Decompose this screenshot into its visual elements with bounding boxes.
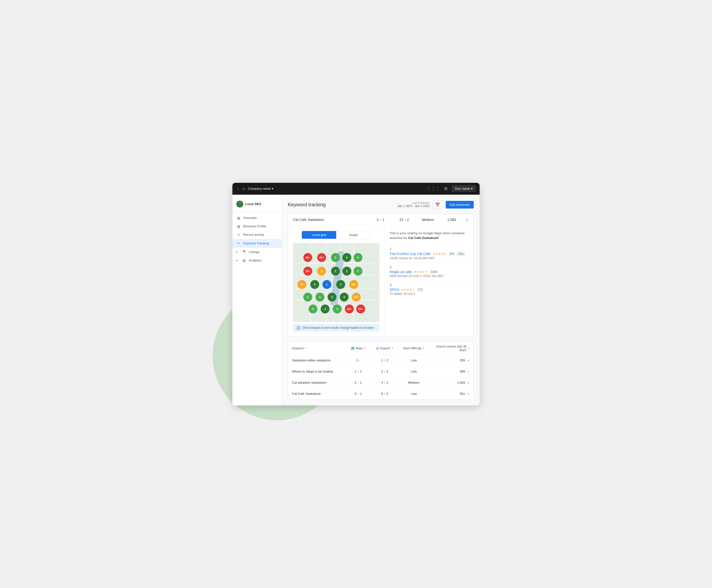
hotspot[interactable]: 4 xyxy=(342,253,351,262)
cell-difficulty-1: Low xyxy=(398,358,430,362)
th-organic: G Organic ⇅ xyxy=(372,346,398,350)
expand-row-3[interactable]: ∨ xyxy=(467,381,470,385)
nav-left: ‹ ⌂ Company name ▾ xyxy=(236,186,424,192)
result-address-3: 75 Walker St Unit 5 xyxy=(390,292,469,296)
hotspot[interactable]: 2 xyxy=(342,267,351,276)
result-address-1: 10166 Clearly Dr • (519) 693-5967 xyxy=(390,256,469,260)
sort-icon-keyword[interactable]: ⇅ xyxy=(305,347,306,350)
page-header: Keyword tracking Last 6 Months Jan 1 202… xyxy=(288,201,474,209)
top-nav: ‹ ⌂ Company name ▾ ⋮⋮⋮ ⚙ Your name ▾ xyxy=(232,183,480,195)
expand-row-2[interactable]: ∨ xyxy=(467,370,470,374)
hotspot[interactable]: 5 xyxy=(333,304,342,313)
hotspot[interactable]: 15+ xyxy=(352,293,361,301)
cell-keyword-4: Cat Cafe Saskatoon xyxy=(292,392,345,396)
cell-keyword-2: Where to adopt a cat Saskat.. xyxy=(292,370,345,373)
hotspot[interactable]: 14 xyxy=(297,280,306,289)
company-name-label: Company name xyxy=(248,187,271,190)
result-stars-3: ★★★★☆ xyxy=(401,288,415,291)
kc-collapse-button[interactable]: ∧ xyxy=(466,217,469,222)
hotspot[interactable]: 4 xyxy=(321,304,329,313)
sidebar-item-label: Listings xyxy=(249,250,260,254)
user-name-button[interactable]: Your name ▾ xyxy=(452,185,476,192)
map-hint: 🔄 Click hotspots to see results change b… xyxy=(293,324,380,332)
hotspot[interactable]: 5 xyxy=(353,253,362,262)
hotspot[interactable]: 2 xyxy=(331,267,340,276)
edit-keywords-button[interactable]: Edit keywords xyxy=(446,201,474,209)
hotspot[interactable]: 5 xyxy=(353,267,362,276)
map-container: 20+ 20+ 5 4 5 20+ 8 2 2 5 xyxy=(293,243,380,322)
home-button[interactable]: ⌂ xyxy=(241,186,246,192)
result-num-1: 1 xyxy=(390,247,469,251)
hotspot[interactable]: 10+ xyxy=(349,280,358,289)
sidebar-item-overview[interactable]: ▦ Overview xyxy=(232,214,282,222)
logo-text: Local SEO xyxy=(245,202,261,206)
result-reviews-1: (52) xyxy=(449,252,454,255)
overview-icon: ▦ xyxy=(236,216,241,220)
hotspot[interactable]: 5 xyxy=(316,293,324,301)
cell-organic-3: 4 ↑ 2 xyxy=(372,381,398,384)
sort-icon-difficulty[interactable]: ⇅ xyxy=(423,347,425,350)
hotspot[interactable]: 20+ xyxy=(356,304,365,313)
tab-graph[interactable]: Graph xyxy=(336,231,371,239)
sidebar-item-keyword-tracking[interactable]: 〜 Keyword Tracking xyxy=(232,239,282,248)
result-link-1[interactable]: The Purrfect Cup Cat Cafe xyxy=(390,252,431,256)
sidebar-item-label: Recent activity xyxy=(243,233,264,236)
grid-icon-button[interactable]: ⋮⋮⋮ xyxy=(427,186,440,191)
hotspot[interactable]: 4 xyxy=(340,293,349,301)
sidebar-item-recent-activity[interactable]: ↺ Recent activity xyxy=(232,231,282,239)
hotspot[interactable]: 8 xyxy=(317,267,326,276)
table-row: Where to adopt a cat Saskat.. 1 ↑ 1 2 ↑ … xyxy=(288,366,473,377)
map-hint-icon: 🔄 xyxy=(297,326,300,330)
result-stars-1: ★★★★★ xyxy=(433,252,446,255)
table-row: Saskatoon kitten adoptions 1 - 1 ↑ 2 Low… xyxy=(288,355,473,366)
table-row: Cat Cafe Saskatoon 2 ↑ 1 6 ↑ 2 Low 501 ∨ xyxy=(288,388,473,399)
hotspot[interactable]: 20+ xyxy=(303,267,312,276)
result-reviews-2: (104) xyxy=(430,270,437,274)
hotspot[interactable]: 3 xyxy=(336,280,345,289)
table-header: Keyword ⇅ 🗺️ Maps ⇅ G Organic ⇅ xyxy=(288,342,473,355)
hotspot[interactable]: 1 xyxy=(322,280,331,289)
right-panel: This is your ranking on Google Maps when… xyxy=(384,226,473,336)
result-stars-2: ★★★★★ xyxy=(414,270,428,274)
sort-icon-organic[interactable]: ⇅ xyxy=(391,347,393,350)
hotspot[interactable]: 5 xyxy=(303,293,312,301)
map-background: 20+ 20+ 5 4 5 20+ 8 2 2 5 xyxy=(293,243,380,322)
date-range-label: Last 6 Months xyxy=(397,201,429,204)
calendar-button[interactable]: 📅 xyxy=(432,201,443,209)
cell-maps-1: 1 - xyxy=(345,358,371,362)
tab-bar: Local grid Graph xyxy=(302,231,371,239)
hotspot[interactable]: 4 xyxy=(310,280,319,289)
tab-local-grid[interactable]: Local grid xyxy=(302,231,336,239)
tab-section: Local grid Graph xyxy=(288,226,384,336)
company-name-button[interactable]: Company name ▾ xyxy=(248,187,274,190)
cell-volume-3: 1,583 ∨ xyxy=(430,381,470,385)
hotspot[interactable]: 5 xyxy=(331,253,340,262)
date-range: Last 6 Months Jan 1 2023 - Jun 1 2023 xyxy=(397,201,429,208)
sort-icon-maps[interactable]: ⇅ xyxy=(364,347,366,350)
hotspot[interactable]: 3 xyxy=(328,293,337,301)
sidebar-item-business-profile[interactable]: ▦ Business Profile xyxy=(232,222,282,231)
result-link-2[interactable]: Regal cat cafe xyxy=(390,270,412,274)
sidebar-divider xyxy=(232,212,282,213)
result-link-3[interactable]: SPCA xyxy=(390,288,399,292)
company-dropdown-icon: ▾ xyxy=(272,187,274,190)
back-button[interactable]: ‹ xyxy=(236,186,240,192)
user-dropdown-icon: ▾ xyxy=(471,187,473,190)
cell-organic-1: 1 ↑ 2 xyxy=(372,358,398,362)
result-name-1: The Purrfect Cup Cat Cafe ★★★★★ (52) You xyxy=(390,252,469,256)
settings-icon-button[interactable]: ⚙ xyxy=(444,186,448,191)
table-row: Cat adoption Saskatoon 2 ↑ 1 4 ↑ 2 Mediu… xyxy=(288,377,473,388)
hotspot[interactable]: 5 xyxy=(308,304,318,313)
sidebar-item-listings[interactable]: ▶ 📍 Listings xyxy=(232,248,282,256)
th-maps: 🗺️ Maps ⇅ xyxy=(345,346,371,350)
expand-row-4[interactable]: ∨ xyxy=(467,392,470,396)
hotspot[interactable]: 20+ xyxy=(317,253,326,262)
hotspot[interactable]: 20+ xyxy=(303,253,312,262)
sidebar-item-label: Business Profile xyxy=(243,224,266,228)
kc-rank: 2 ↑ 1 xyxy=(371,218,390,222)
logo-icon: 📍 xyxy=(236,201,243,208)
sort-icon-volume[interactable]: ⇅ xyxy=(468,347,470,350)
sidebar-item-analytics[interactable]: ▶ ▦ Analytics xyxy=(232,256,282,265)
expand-row-1[interactable]: ∨ xyxy=(467,358,470,362)
hotspot[interactable]: 20+ xyxy=(345,304,354,313)
